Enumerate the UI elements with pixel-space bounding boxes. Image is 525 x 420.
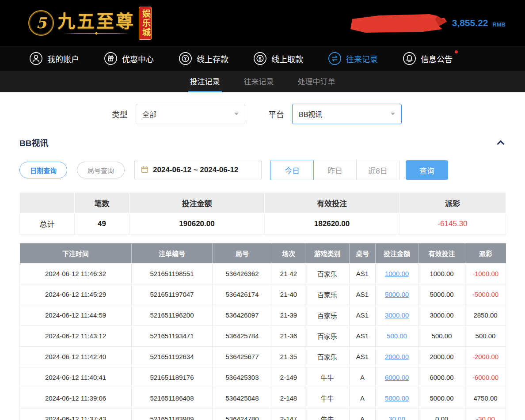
bell-icon (403, 52, 416, 65)
valid-bet: 6000.00 (418, 367, 465, 388)
nav-label: 我的账户 (47, 53, 79, 64)
table-no: AS1 (350, 305, 376, 325)
round-query-button[interactable]: 局号查询 (77, 162, 125, 178)
bet-amount-link[interactable]: 6000.00 (376, 367, 418, 388)
round-id: 536425048 (213, 388, 272, 409)
bet-table-row: 2024-06-12 11:43:12 521651193471 5364257… (20, 325, 506, 346)
summary-table: 笔数 投注金额 有效投注 派彩 总计 49 190620.00 182620.0… (19, 192, 506, 235)
game-type: 百家乐 (305, 346, 350, 367)
bet-header-game-type: 游戏类别 (305, 243, 350, 263)
table-no: A (350, 388, 376, 409)
round-id: 536425784 (213, 325, 272, 346)
bet-amount-link[interactable]: 30.00 (376, 409, 418, 420)
valid-bet: 500.00 (418, 325, 465, 346)
type-select-value: 全部 (142, 109, 156, 119)
bet-table-row: 2024-06-12 11:40:41 521651189176 5364253… (20, 367, 506, 388)
session: 2-148 (272, 388, 305, 409)
bet-header-payout: 派彩 (465, 243, 506, 263)
nav-online-deposit[interactable]: ¥ 线上存款 (179, 52, 228, 65)
bet-amount-link[interactable]: 2000.00 (376, 346, 418, 367)
bet-id: 521651192634 (132, 346, 213, 367)
search-button[interactable]: 查询 (406, 160, 448, 180)
bet-time: 2024-06-12 11:37:43 (20, 409, 132, 420)
filter-row: 类型 全部 平台 BB视讯 (0, 92, 525, 124)
bet-table-row: 2024-06-12 11:46:32 521651198551 5364263… (20, 263, 506, 284)
payout: -30.00 (465, 409, 506, 420)
bet-amount-link[interactable]: 3000.00 (376, 305, 418, 325)
round-id: 536426362 (213, 263, 272, 284)
balance-area: 3,855.22 RMB (348, 13, 506, 33)
bet-time: 2024-06-12 11:44:59 (20, 305, 132, 325)
session: 21-39 (272, 305, 305, 325)
balance-amount: 3,855.22 (452, 18, 488, 28)
type-select[interactable]: 全部 (136, 104, 245, 124)
chevron-up-icon (497, 140, 505, 148)
bet-id: 521651186408 (132, 388, 213, 409)
logo-badge: 娱乐城 (139, 7, 152, 40)
session: 21-36 (272, 325, 305, 346)
nav-online-withdrawal[interactable]: $ 线上取款 (253, 52, 303, 65)
payout: -5000.00 (465, 284, 506, 305)
bet-time: 2024-06-12 11:39:06 (20, 388, 132, 409)
round-id: 536424780 (213, 409, 272, 420)
logo-text: 九五至尊 (57, 11, 135, 31)
main-nav: 我的账户 优惠中心 ¥ 线上存款 (0, 46, 525, 71)
game-type: 牛牛 (305, 367, 350, 388)
summary-payout: -6145.30 (399, 213, 506, 235)
game-type: 百家乐 (305, 325, 350, 346)
game-type: 牛牛 (305, 388, 350, 409)
bet-id: 521651197047 (132, 284, 213, 305)
logo-number: 5 (36, 14, 46, 32)
record-tabbar: 投注记录 往来记录 处理中订单 (0, 71, 525, 92)
logo-flourish (63, 32, 129, 35)
nav-label: 信息公告 (421, 53, 453, 64)
tab-betting-records[interactable]: 投注记录 (188, 71, 222, 92)
summary-count: 49 (75, 213, 129, 235)
bet-table-header-row: 下注时间 注单编号 局号 场次 游戏类别 桌号 投注金额 有效投注 派彩 (20, 243, 506, 263)
bet-header-round-id: 局号 (213, 243, 272, 263)
query-row: 日期查询 局号查询 2024-06-12 ~ 2024-06-12 今日 昨日 … (19, 160, 506, 180)
valid-bet: 5000.00 (418, 388, 465, 409)
nav-announcements[interactable]: 信息公告 (403, 52, 453, 65)
bet-amount-link[interactable]: 5000.00 (376, 284, 418, 305)
bet-id: 521651196200 (132, 305, 213, 325)
game-type: 百家乐 (305, 305, 350, 325)
bet-header-time: 下注时间 (20, 243, 132, 263)
bet-table-body: 2024-06-12 11:46:32 521651198551 5364263… (20, 263, 506, 420)
nav-my-account[interactable]: 我的账户 (29, 52, 79, 65)
yesterday-button[interactable]: 昨日 (313, 160, 357, 180)
redacted-username-scribble (348, 13, 448, 33)
valid-bet: 2000.00 (418, 346, 465, 367)
tab-transaction-records[interactable]: 往来记录 (242, 71, 276, 92)
game-type: 百家乐 (305, 284, 350, 305)
summary-header-payout: 派彩 (399, 193, 506, 213)
session: 2-147 (272, 409, 305, 420)
bet-amount-link[interactable]: 1000.00 (376, 263, 418, 284)
date-query-button[interactable]: 日期查询 (19, 162, 67, 178)
collapse-section-button[interactable] (496, 139, 506, 147)
summary-header-empty (20, 193, 75, 213)
table-no: A (350, 409, 376, 420)
nav-transaction-records[interactable]: 往来记录 (328, 52, 378, 65)
bet-amount-link[interactable]: 500.00 (376, 325, 418, 346)
summary-total-row: 总计 49 190620.00 182620.00 -6145.30 (20, 213, 506, 235)
session: 2-149 (272, 367, 305, 388)
summary-header-valid-bet: 有效投注 (265, 193, 399, 213)
platform-select[interactable]: BB视讯 (292, 104, 402, 124)
summary-header-bet-amount: 投注金额 (129, 193, 265, 213)
today-button[interactable]: 今日 (270, 160, 314, 180)
payout: 4750.00 (465, 388, 506, 409)
logo-main: 九五至尊 (57, 11, 135, 35)
table-no: AS1 (350, 325, 376, 346)
bet-amount-link[interactable]: 5000.00 (376, 388, 418, 409)
payout: -1000.00 (465, 263, 506, 284)
bet-table-row: 2024-06-12 11:39:06 521651186408 5364250… (20, 388, 506, 409)
date-range-picker[interactable]: 2024-06-12 ~ 2024-06-12 (134, 160, 262, 180)
last-8-days-button[interactable]: 近8日 (356, 160, 399, 180)
gift-icon (104, 52, 118, 65)
bet-header-bet-id: 注单编号 (132, 243, 213, 263)
tab-processing-orders[interactable]: 处理中订单 (296, 71, 337, 92)
nav-promotions[interactable]: 优惠中心 (104, 52, 154, 65)
site-logo[interactable]: 5 九五至尊 娱乐城 (28, 7, 152, 40)
table-no: AS1 (350, 263, 376, 284)
